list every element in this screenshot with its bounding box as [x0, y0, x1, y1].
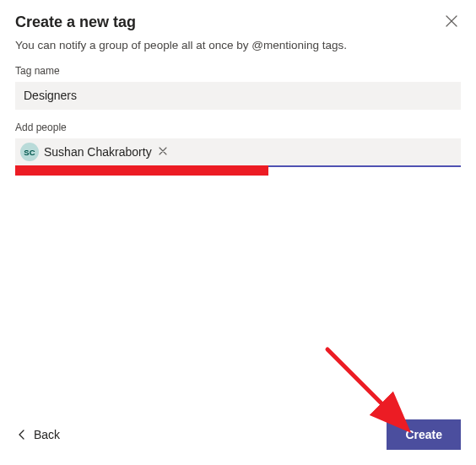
- create-button[interactable]: Create: [387, 419, 461, 450]
- person-chip-name: Sushan Chakraborty: [44, 145, 152, 159]
- chevron-left-icon: [19, 430, 25, 440]
- chip-remove-button[interactable]: [157, 144, 169, 160]
- dialog-subtitle: You can notify a group of people all at …: [15, 39, 461, 51]
- back-button-label: Back: [34, 428, 60, 441]
- dialog-title: Create a new tag: [15, 14, 136, 31]
- tag-name-field: Tag name: [15, 65, 461, 110]
- person-chip[interactable]: SC Sushan Chakraborty: [20, 143, 169, 161]
- close-button[interactable]: [442, 12, 461, 32]
- create-tag-dialog: Create a new tag You can notify a group …: [0, 0, 476, 465]
- create-button-label: Create: [405, 428, 442, 441]
- tag-name-input[interactable]: [15, 82, 461, 110]
- dialog-footer: Back Create: [15, 411, 461, 450]
- add-people-label: Add people: [15, 122, 461, 133]
- tag-name-label: Tag name: [15, 65, 461, 77]
- add-people-field: Add people SC Sushan Chakraborty: [15, 122, 461, 167]
- dialog-spacer: [15, 176, 461, 411]
- add-people-input[interactable]: SC Sushan Chakraborty: [15, 138, 461, 167]
- redaction-bar: [15, 165, 268, 176]
- dialog-header: Create a new tag: [15, 14, 461, 32]
- back-button[interactable]: Back: [15, 423, 63, 446]
- close-icon: [159, 146, 167, 158]
- avatar: SC: [20, 143, 39, 161]
- close-icon: [446, 16, 457, 30]
